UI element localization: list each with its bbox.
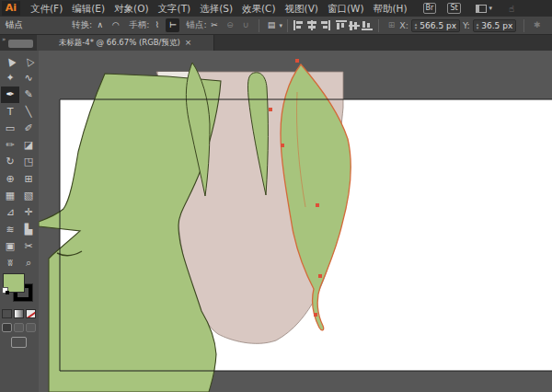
selection-tool[interactable]: ▲ — [1, 52, 19, 69]
menu-view[interactable]: 视图(V) — [281, 0, 323, 17]
fill-stroke-swatches — [0, 273, 39, 306]
perspective-grid-tool[interactable]: ⊞ — [19, 170, 38, 187]
menu-object[interactable]: 对象(O) — [109, 0, 153, 17]
hide-handles-button[interactable]: ⊢ — [166, 18, 179, 32]
menu-window[interactable]: 窗口(W) — [323, 0, 369, 17]
separator — [259, 19, 259, 32]
anchor-point[interactable] — [269, 108, 272, 111]
convert-to-smooth-button[interactable]: ◠ — [109, 18, 122, 32]
reference-point-icon: ⊞ — [385, 18, 398, 32]
bridge-button[interactable]: Br — [423, 3, 437, 14]
scale-tool[interactable]: ◳ — [19, 154, 38, 170]
menu-edit[interactable]: 编辑(E) — [67, 0, 109, 17]
zoom-tool[interactable]: ⌕ — [19, 255, 38, 271]
anchor-point[interactable] — [316, 203, 319, 207]
stock-button[interactable]: St — [447, 3, 460, 14]
menu-file[interactable]: 文件(F) — [26, 0, 67, 17]
menu-help[interactable]: 帮助(H) — [369, 0, 412, 17]
show-handles-button[interactable]: ⌇ — [150, 18, 164, 32]
align-top-button[interactable] — [336, 20, 347, 30]
color-button[interactable] — [2, 309, 12, 318]
anchor-point[interactable] — [318, 274, 322, 278]
hand-tool[interactable]: ʬ — [1, 255, 19, 271]
eraser-tool[interactable]: ◪ — [19, 136, 38, 153]
magic-wand-tool[interactable]: ✦ — [1, 69, 19, 86]
draw-normal-button[interactable] — [2, 323, 12, 332]
connect-path-button[interactable]: ∪ — [239, 18, 253, 32]
align-right-button[interactable] — [319, 20, 330, 30]
chevron-down-icon: ▾ — [280, 22, 283, 29]
align-left-button[interactable] — [293, 20, 305, 30]
touch-workspace-icon[interactable]: ☝ — [509, 4, 514, 14]
cut-path-button[interactable]: ✂ — [208, 18, 222, 32]
align-center-button[interactable] — [306, 20, 317, 30]
paint-style-row — [2, 309, 36, 318]
y-label: Y: — [463, 20, 470, 30]
none-button[interactable] — [26, 309, 36, 318]
x-label: X: — [399, 20, 408, 30]
convert-label: 转换: — [72, 19, 92, 31]
control-bar: 锚点 转换: ∧ ◠ 手柄: ⌇ ⊢ 锚点: ✂ ⊖ ∪ ▤ ▾ ⊞ X: ▴▾… — [0, 17, 552, 35]
gradient-button[interactable] — [14, 309, 24, 318]
anchors-label: 锚点: — [186, 19, 206, 31]
document-tab[interactable]: 未标题-4* @ 66.67% (RGB/预览) × — [37, 35, 214, 51]
x-coordinate-field[interactable]: ▴▾ 566.5 px — [411, 19, 460, 32]
x-value[interactable]: 566.5 px — [420, 21, 456, 30]
mesh-tool[interactable]: ▦ — [1, 187, 19, 203]
gradient-tool[interactable]: ▧ — [19, 187, 38, 203]
draw-inside-button[interactable] — [26, 323, 36, 332]
paintbrush-tool[interactable]: ✐ — [19, 120, 38, 136]
drawing-modes — [2, 323, 36, 332]
y-coordinate-field[interactable]: ▴▾ 36.5 px — [473, 19, 516, 32]
menu-bar: Ai 文件(F) 编辑(E) 对象(O) 文字(T) 选择(S) 效果(C) 视… — [0, 0, 552, 17]
align-middle-button[interactable] — [349, 20, 360, 30]
document-tab-bar: » 未标题-4* @ 66.67% (RGB/预览) × — [0, 35, 552, 51]
shape-builder-tool[interactable]: ⊕ — [1, 170, 19, 187]
separator — [287, 19, 288, 32]
menu-type[interactable]: 文字(T) — [154, 0, 196, 17]
pen-tool[interactable]: ✒ — [1, 86, 19, 103]
document-setup-button[interactable]: ▤ — [265, 18, 279, 32]
chevron-down-icon: ▾ — [489, 5, 493, 12]
illustrator-logo: Ai — [2, 1, 20, 16]
isolate-selection-icon[interactable]: ✱ — [530, 18, 544, 32]
stepper-icon[interactable]: ▴▾ — [477, 22, 479, 29]
pencil-tool[interactable]: ✏ — [1, 136, 19, 153]
rotate-tool[interactable]: ↻ — [1, 154, 19, 170]
separator — [378, 19, 379, 32]
canvas[interactable] — [39, 51, 552, 392]
line-segment-tool[interactable]: ╲ — [19, 103, 38, 120]
anchor-point[interactable] — [314, 313, 317, 317]
tools-panel: ▲ △ ✦ ∿ ✒ ✎ T ╲ ▭ ✐ ✏ ◪ ↻ ◳ ⊕ ⊞ ▦ ▧ ⊿ ✛ … — [0, 51, 39, 392]
handles-label: 手柄: — [129, 19, 149, 31]
curvature-tool[interactable]: ✎ — [19, 86, 38, 103]
anchor-point[interactable] — [281, 144, 284, 147]
direct-selection-tool[interactable]: △ — [19, 52, 38, 69]
menu-select[interactable]: 选择(S) — [195, 0, 237, 17]
remove-anchor-button[interactable]: ⊖ — [224, 18, 237, 32]
stepper-icon[interactable]: ▴▾ — [415, 22, 418, 29]
panel-collapse-icon[interactable]: » — [2, 36, 6, 43]
rectangle-tool[interactable]: ▭ — [1, 120, 19, 136]
separator — [523, 19, 524, 32]
lasso-tool[interactable]: ∿ — [19, 69, 38, 86]
convert-to-corner-button[interactable]: ∧ — [93, 18, 107, 32]
slice-tool[interactable]: ✂ — [19, 237, 38, 254]
anchor-point[interactable] — [295, 59, 299, 63]
toolbar-grip[interactable] — [8, 40, 33, 48]
symbol-sprayer-tool[interactable]: ≋ — [1, 221, 19, 237]
eyedropper-tool[interactable]: ⊿ — [1, 204, 19, 221]
artboard-tool[interactable]: ▣ — [1, 237, 19, 254]
type-tool[interactable]: T — [1, 103, 19, 120]
default-fill-stroke-icon[interactable] — [2, 287, 8, 294]
column-graph-tool[interactable]: ▙ — [19, 221, 38, 237]
menu-effect[interactable]: 效果(C) — [237, 0, 281, 17]
draw-behind-button[interactable] — [14, 323, 24, 332]
screen-mode-button[interactable] — [11, 337, 27, 348]
align-bottom-button[interactable] — [362, 20, 373, 30]
close-icon[interactable]: × — [185, 39, 192, 47]
y-value[interactable]: 36.5 px — [481, 21, 512, 30]
tool-grid: ▲ △ ✦ ∿ ✒ ✎ T ╲ ▭ ✐ ✏ ◪ ↻ ◳ ⊕ ⊞ ▦ ▧ ⊿ ✛ … — [0, 51, 39, 271]
blend-tool[interactable]: ✛ — [19, 204, 38, 221]
workspace-switcher[interactable]: ▾ — [476, 5, 493, 13]
